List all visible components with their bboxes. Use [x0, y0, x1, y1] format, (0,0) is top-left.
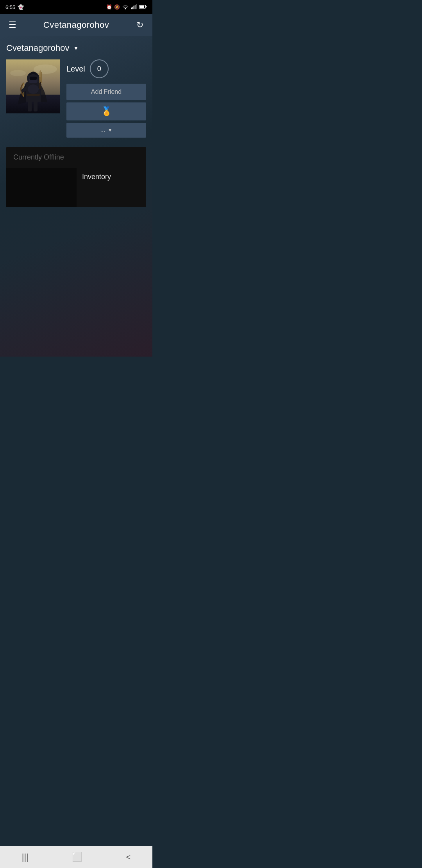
offline-text: Currently Offline: [13, 153, 64, 161]
profile-actions: Level 0 Add Friend 🏅 ... ▼: [66, 59, 146, 138]
svg-point-9: [34, 65, 57, 74]
status-left: 6:55 👻: [5, 4, 24, 10]
battery-icon: [139, 4, 147, 11]
alarm-icon: ⏰: [106, 4, 112, 10]
svg-rect-7: [139, 5, 144, 8]
svg-line-19: [40, 70, 41, 82]
game-info: Inventory: [77, 168, 146, 207]
svg-point-23: [28, 84, 39, 94]
status-section: Currently Offline Inventory: [6, 147, 146, 207]
profile-dropdown-arrow[interactable]: ▼: [73, 45, 79, 51]
svg-rect-16: [30, 77, 37, 80]
svg-rect-2: [133, 5, 134, 9]
avatar-image: [6, 59, 60, 113]
svg-rect-4: [136, 4, 137, 9]
level-value: 0: [97, 65, 101, 73]
svg-rect-3: [135, 5, 136, 9]
refresh-button[interactable]: ↻: [134, 20, 146, 30]
svg-rect-13: [34, 100, 38, 111]
app-bar: ☰ Cvetanagorohov ↻: [0, 14, 152, 36]
svg-point-10: [10, 70, 26, 76]
svg-rect-6: [146, 6, 147, 7]
svg-rect-1: [132, 7, 133, 9]
mute-icon: 🔕: [114, 4, 120, 10]
level-badge: 0: [90, 59, 109, 78]
status-right: ⏰ 🔕: [106, 4, 147, 11]
svg-rect-22: [27, 94, 40, 96]
profile-body: Level 0 Add Friend 🏅 ... ▼: [6, 59, 146, 138]
more-options-button[interactable]: ... ▼: [66, 123, 146, 138]
more-arrow-icon: ▼: [108, 127, 113, 133]
avatar-container: [6, 59, 60, 113]
time-display: 6:55: [5, 4, 15, 10]
main-content: Cvetanagorohov ▼: [0, 36, 152, 357]
inventory-label[interactable]: Inventory: [82, 173, 141, 181]
svg-rect-12: [28, 100, 32, 111]
level-label: Level: [66, 65, 85, 74]
signal-icon: [131, 4, 137, 11]
badge-button[interactable]: 🏅: [66, 102, 146, 120]
svg-rect-0: [131, 7, 132, 9]
offline-bar: Currently Offline: [6, 147, 146, 168]
status-bar: 6:55 👻 ⏰ 🔕: [0, 0, 152, 14]
profile-header: Cvetanagorohov ▼: [6, 43, 146, 53]
profile-username: Cvetanagorohov: [6, 43, 69, 53]
level-row: Level 0: [66, 59, 146, 78]
app-bar-title: Cvetanagorohov: [43, 20, 109, 30]
game-thumbnail[interactable]: [6, 168, 77, 207]
wifi-icon: [122, 4, 129, 11]
more-label: ...: [100, 127, 105, 134]
add-friend-button[interactable]: Add Friend: [66, 84, 146, 100]
hamburger-button[interactable]: ☰: [6, 20, 19, 30]
game-row: Inventory: [6, 168, 146, 207]
medal-icon: 🏅: [101, 106, 112, 117]
snapchat-icon: 👻: [18, 4, 24, 10]
